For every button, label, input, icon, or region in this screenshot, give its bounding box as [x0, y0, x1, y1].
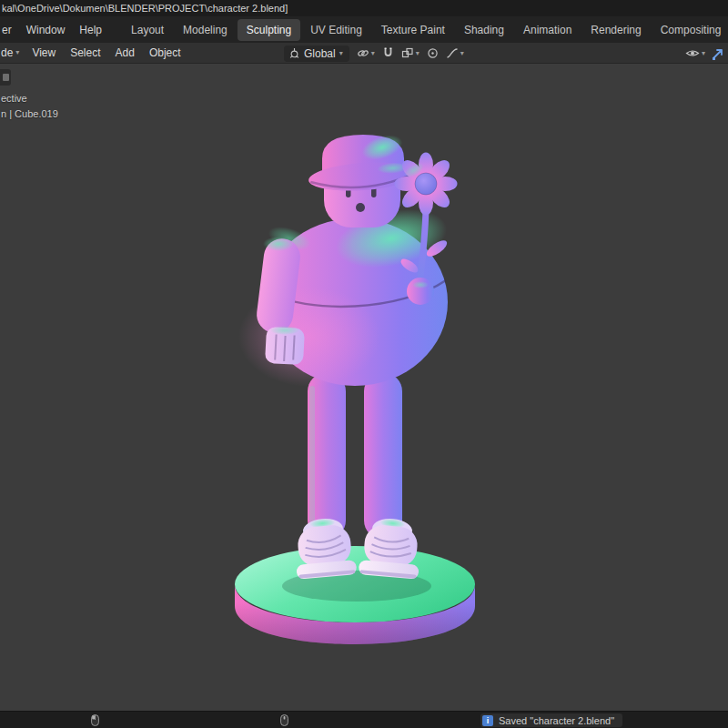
menu-window[interactable]: Window [19, 19, 73, 41]
orientation-label: Global [304, 47, 336, 60]
status-bar: i Saved "character 2.blend" [0, 711, 728, 728]
left-shoe [292, 516, 357, 580]
transform-tools: Global ▾ ▾ ▾ [284, 43, 464, 64]
menu-render[interactable]: er [0, 19, 19, 41]
save-notification-text: Saved "character 2.blend" [499, 715, 614, 726]
snap-settings-dropdown[interactable]: ▾ [401, 47, 420, 59]
chevron-down-icon: ▾ [416, 50, 420, 57]
menu-help[interactable]: Help [72, 19, 109, 41]
orientation-dropdown[interactable]: Global ▾ [284, 46, 349, 62]
workspace-tab-compositing[interactable]: Compositing [652, 19, 728, 41]
workspace-tabs: Layout Modeling Sculpting UV Editing Tex… [122, 19, 728, 41]
mode-label: de [1, 46, 13, 59]
orientation-gizmo-icon [288, 47, 300, 59]
info-icon: i [482, 715, 493, 726]
flower-center [415, 173, 437, 195]
save-notification[interactable]: i Saved "character 2.blend" [480, 713, 622, 727]
3d-scene-canvas[interactable] [0, 64, 728, 711]
workspace-tab-sculpting[interactable]: Sculpting [238, 19, 300, 41]
mode-dropdown[interactable]: de ▾ [0, 46, 25, 59]
pivot-dropdown[interactable]: ▾ [357, 47, 375, 59]
link-icon [357, 47, 369, 59]
workspace-tab-rendering[interactable]: Rendering [581, 19, 650, 41]
eye-icon [685, 47, 700, 59]
visibility-dropdown[interactable]: ▾ [685, 47, 705, 59]
menu-object[interactable]: Object [142, 46, 188, 59]
chevron-down-icon: ▾ [15, 49, 19, 56]
menu-view[interactable]: View [25, 46, 63, 59]
blender-window: kal\OneDrive\Dokumen\BLENDER\PROJECT\cha… [0, 0, 728, 728]
magnet-icon[interactable] [382, 47, 394, 59]
snap-target-icon [401, 47, 414, 59]
pedestal [235, 546, 475, 644]
topbar: er Window Help Layout Modeling Sculpting… [0, 16, 728, 43]
character-model [238, 130, 458, 579]
chevron-down-icon: ▾ [702, 50, 705, 57]
menu-add[interactable]: Add [108, 46, 142, 59]
mouse-icon [91, 714, 99, 726]
header-right-tools: ▾ [685, 43, 725, 64]
window-title-bar: kal\OneDrive\Dokumen\BLENDER\PROJECT\cha… [0, 0, 728, 16]
workspace-tab-layout[interactable]: Layout [122, 19, 173, 41]
legs [308, 373, 402, 539]
mouth [356, 203, 365, 212]
workspace-tab-animation[interactable]: Animation [514, 19, 581, 41]
workspace-tab-texture-paint[interactable]: Texture Paint [372, 19, 454, 41]
viewport-header: de ▾ View Select Add Object Global ▾ ▾ [0, 43, 728, 64]
proportional-circle-icon[interactable] [427, 47, 439, 59]
workspace-tab-shading[interactable]: Shading [455, 19, 513, 41]
workspace-tab-modeling[interactable]: Modeling [174, 19, 237, 41]
menu-select[interactable]: Select [63, 46, 107, 59]
falloff-dropdown[interactable]: ▾ [446, 47, 464, 59]
chevron-down-icon: ▾ [371, 50, 375, 57]
chevron-down-icon: ▾ [339, 50, 343, 57]
3d-viewport[interactable]: ective n | Cube.019 [0, 64, 728, 711]
file-path-title: kal\OneDrive\Dokumen\BLENDER\PROJECT\cha… [2, 3, 288, 14]
workspace-tab-uv-editing[interactable]: UV Editing [301, 19, 371, 41]
gizmo-arrow-icon[interactable] [711, 46, 725, 61]
falloff-curve-icon [446, 47, 459, 59]
chevron-down-icon: ▾ [460, 50, 464, 57]
mouse-icon [280, 714, 288, 726]
